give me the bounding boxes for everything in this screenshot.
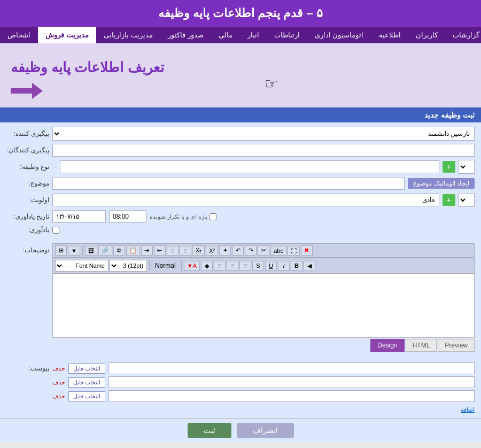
form-row-followers: پیگیری کنندگان: [6,144,475,157]
nav-item-automation[interactable]: اتوماسیون اداری [307,27,371,43]
toolbar-superscript-btn[interactable]: X² [206,246,218,256]
form-row-reminder: یادآوری: [6,226,475,234]
attachment-file-row-1: حذف انتخاب فایل [52,362,475,374]
choose-file-1-btn[interactable]: انتخاب فایل [68,364,105,374]
task-type-add-btn[interactable]: + [443,161,455,173]
toolbar-strike-btn[interactable]: S [252,261,264,271]
delete-file-3-btn[interactable]: حذف [52,393,65,400]
toolbar-highlight-btn[interactable]: ◆ [201,261,213,271]
toolbar-align-right-btn[interactable]: ≡ [214,261,226,271]
file-input-2[interactable] [108,376,475,388]
add-file-btn[interactable]: اضافه [461,406,475,413]
form-title-bar: ثبت وظیفه جدید [0,107,481,122]
toolbar-link-btn[interactable]: 🔗 [98,245,112,256]
nav-item-reports[interactable]: گزارشات [445,27,482,43]
toolbar-ol-btn[interactable]: ≡ [167,246,179,256]
nav-item-financial[interactable]: مالی [211,27,240,43]
toolbar-underline-btn[interactable]: U [265,261,277,271]
toolbar-font-color-btn[interactable]: A▼ [184,261,200,271]
toolbar-special-btn[interactable]: ✦ [219,245,231,256]
cancel-button[interactable]: انصراف [237,423,294,438]
priority-input[interactable] [52,194,439,206]
toolbar-subscript-btn[interactable]: X₂ [192,245,205,256]
subject-input[interactable] [52,177,405,190]
toolbar-align-left-btn[interactable]: ≡ [239,261,251,271]
form-row-subject: موضوع: ایجاد اتوماتیک موضوع [6,177,475,190]
annotation-area: تعریف اطلاعات پایه وظیفه ☞ [0,43,481,107]
auto-subject-button[interactable]: ایجاد اتوماتیک موضوع [408,178,475,189]
style-value: Normal [152,262,179,269]
toolbar-redo-btn[interactable]: ↷ [245,245,257,256]
toolbar-sep1 [82,246,83,256]
font-name-select[interactable]: Font Name [55,260,108,272]
attachment-label: پیوست: [6,362,49,372]
nav-item-notifications[interactable]: اطلاعیه [371,27,408,43]
repeat-checkbox[interactable] [210,213,216,220]
bottom-bar: ثبت انصراف [0,418,481,442]
toolbar-full-btn[interactable]: ⛶ [288,246,300,256]
form-container: ثبت وظیفه جدید پیگیری کننده: نارسین دانش… [0,107,481,442]
toolbar-indent-btn[interactable]: ⇥ [141,245,153,256]
task-type-dropdown[interactable]: ▼ [459,160,475,174]
nav-item-sale-mgmt[interactable]: مدیریت فروش [38,27,96,43]
nav-item-invoice[interactable]: صدور فاکتور [160,27,211,43]
time-input[interactable] [109,210,146,223]
nav-item-users[interactable]: کاربران [408,27,445,43]
nav-item-askhkhas[interactable]: اشخاص [0,27,38,43]
editor-toolbar-row2: Font Name (12pt) 3 Normal A▼ ◆ ≡ ≡ ≡ S U… [52,258,475,274]
toolbar-paste-btn[interactable]: 📋 [126,245,140,256]
toolbar-table-btn[interactable]: ⊞ [55,245,67,256]
follower-select[interactable]: نارسین دانشمند [52,127,475,141]
tab-html[interactable]: HTML [406,339,437,352]
toolbar-italic-btn[interactable]: I [278,261,290,271]
priority-add-btn[interactable]: + [443,194,455,206]
choose-file-3-btn[interactable]: انتخاب فایل [68,391,105,401]
page-title: ۵ – قدم پنجم اطلاعات پایه وظیفه [0,0,481,27]
priority-dropdown[interactable]: ▼ [459,193,475,207]
attachment-section: پیوست: حذف انتخاب فایل حذف انتخاب فایل ح… [0,360,481,418]
toolbar-dropdown-btn[interactable]: ▼ [68,246,80,256]
toolbar-bold-btn[interactable]: B [291,261,302,271]
attachment-row: پیوست: حذف انتخاب فایل حذف انتخاب فایل ح… [6,362,475,414]
toolbar-align-center-btn[interactable]: ≡ [227,261,238,271]
toolbar-cut-btn[interactable]: ✂ [258,245,269,256]
toolbar-img-btn[interactable]: 🖼 [85,246,97,256]
toolbar-ul-btn[interactable]: ≡ [180,246,191,256]
date-input[interactable] [52,210,106,223]
toolbar-close-btn[interactable]: ✖ [301,245,313,256]
nav-item-communication[interactable]: ارتباطات [267,27,307,43]
toolbar-rtl-btn[interactable]: ◀ [304,261,315,271]
file-input-1[interactable] [108,362,475,374]
file-input-3[interactable] [108,390,475,402]
annotation-arrow-svg [11,80,43,102]
delete-file-2-btn[interactable]: حذف [52,379,65,386]
form-row-task-type: نوع وظیفه: - + ▼ [6,160,475,174]
submit-button[interactable]: ثبت [188,423,231,438]
editor-content[interactable] [52,274,475,338]
choose-file-2-btn[interactable]: انتخاب فایل [68,377,105,388]
tab-preview[interactable]: Preview [438,339,475,352]
reminder-checkbox[interactable] [52,227,59,234]
toolbar-copy-btn[interactable]: ⧉ [113,245,125,256]
editor-tabs-row: Preview HTML Design [52,339,475,352]
attachment-file-row-2: حذف انتخاب فایل [52,376,475,388]
toolbar-outdent-btn[interactable]: ⇤ [154,245,166,256]
toolbar-spell-btn[interactable]: abc [270,246,286,256]
font-size-select[interactable]: (12pt) 3 [110,260,147,272]
date-time-group: بازه ای و با تکرار شونده [52,210,475,223]
task-type-input[interactable] [60,160,439,173]
toolbar-undo-btn[interactable]: ↶ [232,245,244,256]
form-row-reminder-date: تاریخ یادآوری: بازه ای و با تکرار شونده [6,210,475,223]
svg-marker-0 [11,83,43,99]
delete-file-1-btn[interactable]: حذف [52,365,65,372]
nav-item-warehouse[interactable]: انبار [240,27,267,43]
followers-input[interactable] [52,144,475,157]
navbar: اشخاص مدیریت فروش مدیریت بازاریابی صدور … [0,27,481,43]
editor-toolbar: ⊞ ▼ 🖼 🔗 ⧉ 📋 ⇥ ⇤ ≡ ≡ X₂ X² ✦ ↶ ↷ ✂ [52,243,475,258]
form-row-follower: پیگیری کننده: نارسین دانشمند [6,127,475,141]
toolbar-sep2 [149,261,150,271]
tab-design[interactable]: Design [370,339,404,352]
reminder-date-label: تاریخ یادآوری: [6,213,49,220]
followers-label: پیگیری کنندگان: [6,146,49,154]
nav-item-marketing[interactable]: مدیریت بازاریابی [96,27,161,43]
